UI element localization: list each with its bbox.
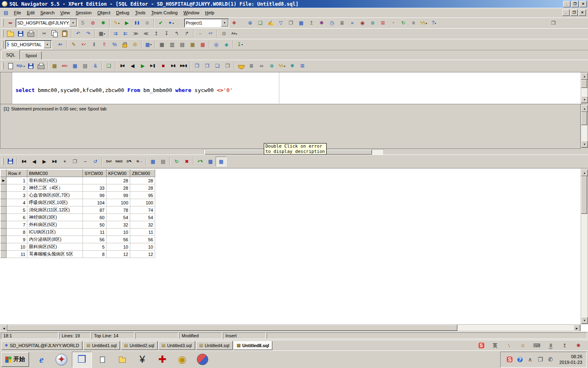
edit-in-grid-icon[interactable]: ▦: [49, 61, 60, 70]
insert-code-table-icon[interactable]: ▦▾: [97, 29, 107, 38]
sphere-app-icon[interactable]: [193, 352, 212, 367]
grid-cell[interactable]: 78: [107, 206, 130, 214]
tab-session[interactable]: ❖SD_HOSPITAL@FJLNYY.WORLD: [1, 341, 82, 350]
grid-cell[interactable]: 87: [83, 206, 107, 214]
scroll-up-button[interactable]: ▲: [581, 105, 588, 112]
code-assistant-icon[interactable]: ▦▾: [143, 40, 154, 49]
row-marker[interactable]: [1, 229, 7, 236]
export-dataset-icon[interactable]: ⊞: [297, 61, 307, 70]
last-record-icon[interactable]: ▶▮: [49, 157, 60, 166]
combo-dropdown-button[interactable]: ▼: [44, 41, 51, 48]
grid-cell[interactable]: 99: [83, 192, 107, 199]
refresh-results-icon[interactable]: ↻: [172, 157, 182, 166]
benchmark-icon[interactable]: ◔: [388, 18, 398, 27]
undo-icon[interactable]: ↶: [73, 29, 83, 38]
outdent-icon[interactable]: ⇇: [120, 29, 131, 38]
coins-app-icon[interactable]: ◉: [173, 352, 192, 367]
ime-keyboard-icon[interactable]: ⌨: [532, 341, 542, 350]
grid-cell[interactable]: 29: [83, 177, 107, 184]
grid-cell[interactable]: 耳鼻咽喉头颈病区 5区: [27, 251, 83, 258]
grid-cell[interactable]: 10: [107, 243, 130, 251]
pause-icon[interactable]: ❚❚: [132, 18, 142, 27]
restore-button[interactable]: ❐: [571, 1, 579, 7]
scrollbar-thumb[interactable]: [581, 112, 587, 125]
grid-cell[interactable]: 28: [107, 177, 130, 184]
open-file-icon[interactable]: [5, 29, 16, 38]
sql-text[interactable]: select bmmc00,sycw00,kfcw00,zbcw00 From …: [12, 72, 233, 104]
tab-untitled1[interactable]: ▤Untitled1.sql: [83, 341, 120, 350]
grid-cell[interactable]: 12: [130, 251, 155, 258]
grid-cell[interactable]: 11: [130, 229, 155, 236]
grid-cell[interactable]: 神经病区(3区): [27, 214, 83, 221]
window-list-icon[interactable]: ❒: [548, 18, 559, 27]
active-task-icon[interactable]: ❒: [72, 352, 92, 368]
prior-record-icon[interactable]: ◀: [29, 157, 39, 166]
open-object-editor-icon[interactable]: ✎▾: [111, 18, 122, 27]
analyze-icon[interactable]: Aϟ: [55, 40, 65, 49]
comment-icon[interactable]: --: [195, 29, 205, 38]
grid-cell[interactable]: 6: [7, 214, 27, 221]
grid-cell[interactable]: 7: [7, 221, 27, 229]
cancel-query-icon[interactable]: ✖: [182, 157, 192, 166]
phone-tray-icon[interactable]: ✆: [546, 355, 556, 364]
describe-icon[interactable]: ✎: [69, 40, 79, 49]
results-hscrollbar[interactable]: ◀ ▶: [0, 324, 581, 331]
grid-cell[interactable]: 104: [83, 199, 107, 206]
insert-record-icon[interactable]: +: [60, 157, 70, 166]
code-tester-icon[interactable]: ❋: [287, 61, 297, 70]
tab-untitled8[interactable]: ▤Untitled8.sql: [234, 341, 272, 350]
grid-cell[interactable]: 99: [107, 192, 130, 199]
save-sql-icon[interactable]: [26, 61, 36, 70]
delete-record-icon[interactable]: −: [80, 157, 90, 166]
tab-untitled2[interactable]: ▤Untitled2.sql: [121, 341, 158, 350]
stop-execution-icon[interactable]: ■: [158, 61, 168, 70]
post-edits-icon[interactable]: ✔✎: [195, 157, 205, 166]
web-support-icon[interactable]: ⊛: [368, 18, 378, 27]
grid-cell[interactable]: 95: [130, 192, 155, 199]
tab-spool[interactable]: Spool: [20, 51, 42, 60]
column-header-zbcw00[interactable]: ZBCW00: [130, 170, 155, 177]
edit-object-icon[interactable]: ✍: [265, 18, 276, 27]
ime-wrench-icon[interactable]: ✱: [573, 341, 584, 350]
goto-statement-icon[interactable]: ❏: [104, 61, 114, 70]
fetch-next-icon[interactable]: ❒: [202, 61, 212, 70]
code-format-icon[interactable]: Aa▾: [229, 29, 239, 38]
copy-statement-icon[interactable]: ❏: [212, 61, 223, 70]
run-to-end-icon[interactable]: ▶▶▮: [178, 61, 189, 70]
session-manager-icon[interactable]: S: [78, 18, 88, 27]
scrollbar-thumb[interactable]: [581, 80, 587, 88]
grid-cell[interactable]: 56: [130, 236, 155, 243]
wrap-lines-icon[interactable]: ↰: [172, 29, 182, 38]
next-record-icon[interactable]: ▶: [39, 157, 49, 166]
explain-icon[interactable]: X✓: [79, 40, 89, 49]
tab-untitled3[interactable]: ▤Untitled3.sql: [158, 341, 195, 350]
grid-cell[interactable]: 54: [130, 214, 155, 221]
toolbar-grip[interactable]: [2, 158, 4, 165]
step-execute-icon[interactable]: ▶❚: [148, 61, 158, 70]
scroll-left-button[interactable]: ◀: [0, 325, 7, 332]
key-icon[interactable]: ✇: [130, 40, 140, 49]
help-icon[interactable]: ?▾: [429, 18, 439, 27]
quick-browse-icon[interactable]: ◎: [211, 40, 221, 49]
null-and-default-icon[interactable]: N&D: [114, 157, 124, 166]
scroll-right-button[interactable]: ▶: [573, 325, 580, 332]
grid-cell[interactable]: 100: [130, 199, 155, 206]
grid-cell[interactable]: 60: [83, 214, 107, 221]
find-objects-icon[interactable]: ❐: [286, 18, 296, 27]
minimize-button[interactable]: _: [563, 1, 570, 7]
auto-describe-icon[interactable]: ◈: [221, 40, 232, 49]
grid-cell[interactable]: 56: [83, 236, 107, 243]
grid-cell[interactable]: 8: [83, 251, 107, 258]
grid-cell[interactable]: 32: [130, 221, 155, 229]
grid-cell[interactable]: 消化病区(11区,12区): [27, 206, 83, 214]
message-scrollbar[interactable]: ▲ ▼: [581, 105, 588, 148]
export-icon[interactable]: ↧▾: [235, 40, 245, 49]
row-marker[interactable]: [1, 184, 7, 192]
project-manager-icon[interactable]: ❖: [229, 18, 239, 27]
lock-icon[interactable]: [120, 40, 130, 49]
column-header-row[interactable]: Row #: [7, 170, 27, 177]
scrollbar-track[interactable]: [581, 176, 587, 317]
expand-tray-icon[interactable]: ∧: [525, 355, 535, 364]
table-editor-icon[interactable]: ▦: [157, 40, 167, 49]
sql-history-icon[interactable]: SQL▾: [16, 61, 26, 70]
